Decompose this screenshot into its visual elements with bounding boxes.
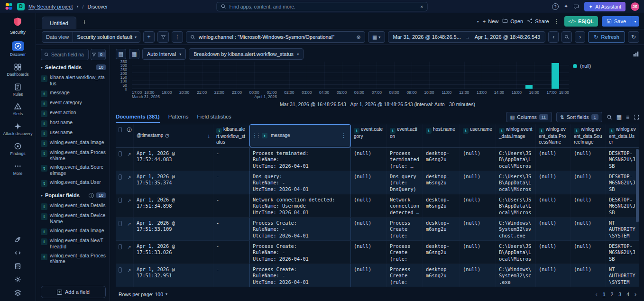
nav-tool-getting-started[interactable] [14,236,21,243]
security-app-logo[interactable]: Security [10,17,26,35]
cell-source[interactable]: (null) [571,241,606,264]
column-header-image[interactable]: twinlog.event_data.Image [496,124,536,147]
more-actions-icon[interactable]: ⋮ [553,18,561,25]
clear-search-icon[interactable]: × [420,4,423,9]
time-shift-forward-button[interactable]: › [575,31,585,43]
cell-workflow[interactable]: - [213,241,249,264]
grid-search-button[interactable] [607,114,612,120]
row-checkbox[interactable] [119,198,122,203]
row-checkbox[interactable] [119,174,122,180]
column-header-host[interactable]: thost.name [423,124,460,147]
help-icon[interactable]: ? [552,3,559,10]
column-header-process[interactable]: twinlog.event_data.ProcessName [536,124,571,147]
cell-user[interactable]: (null) [460,194,496,217]
breadcrumb-project[interactable]: My Security project [28,4,73,9]
cell-timestamp[interactable]: Apr 1, 2026 @ 17:51:33.109 [134,218,213,240]
cell-process[interactable]: (null) [536,218,571,240]
nav-item-dashboards[interactable]: Dashboards [1,60,34,80]
cell-process[interactable]: (null) [536,264,571,287]
field-item[interactable]: twinlog.event_data.DeviceName [41,211,106,227]
tab-documents[interactable]: Documents (381) [116,110,160,123]
feedback-icon[interactable] [573,4,579,9]
cell-category[interactable]: (null) [351,218,387,240]
chevron-down-icon[interactable]: ▾ [77,4,79,9]
cell-host[interactable]: desktop-m6sng2u [423,241,460,264]
cell-user[interactable]: (null) [460,264,496,287]
cell-image[interactable]: C:\Windows\System32\sc.exe [496,264,536,287]
nav-tool-data-management[interactable] [14,263,21,270]
cell-source[interactable]: (null) [571,148,606,171]
tab-field-statistics[interactable]: Field statistics [197,110,231,123]
page-button-2[interactable]: 2 [610,292,613,297]
cell-action[interactable]: Dns query (rule: DnsQuery) [387,171,423,194]
next-page-icon[interactable]: › [635,291,636,298]
cell-timestamp[interactable]: Apr 1, 2026 @ 17:51:35.374 [134,171,213,194]
selected-fields-header[interactable]: ▾ Selected fields 10 [41,64,106,70]
cell-category[interactable]: (null) [351,148,387,171]
tabs-menu-chevron-icon[interactable]: ▾ [477,19,479,24]
cell-timestamp[interactable]: Apr 1, 2026 @ 17:52:44.083 [134,148,213,171]
select-all-checkbox[interactable] [119,127,122,132]
histogram-bar[interactable] [552,63,559,89]
cell-user[interactable]: (null) [460,218,496,240]
column-actions-icon[interactable]: ⋮ [340,132,348,139]
columns-button[interactable]: ▥Columns11 [506,112,552,122]
interval-select[interactable]: Auto interval▾ [142,48,186,60]
column-header-winuser[interactable]: twinlog.event_data.User [606,124,640,147]
cell-winuser[interactable]: DESKTOP-M6SNG2U\JSB [606,171,639,194]
page-button-1[interactable]: 1 [603,292,606,297]
column-header-source[interactable]: twinlog.event_data.SourceImage [571,124,606,147]
expand-row-icon[interactable]: ↗ [127,151,131,168]
breakdown-select[interactable]: Breakdown by kibana.alert.workflow_statu… [189,48,304,60]
ai-assistant-button[interactable]: ✦ AI Assistant [584,2,626,11]
tab-untitled[interactable]: Untitled [42,17,76,29]
cell-process[interactable]: (null) [536,194,571,217]
chart-options-button[interactable]: ▤ [116,49,126,59]
cell-source[interactable]: (null) [571,218,606,240]
field-item[interactable]: twinlog.event_data.ProcessName [41,148,106,164]
cell-workflow[interactable]: - [213,218,249,240]
row-height-button[interactable]: ≡ [626,114,629,120]
column-header-timestamp[interactable]: @timestamp◷↓ [134,124,213,147]
column-header-message[interactable]: ⋮⋮tmessage⋮ [249,124,351,147]
column-header-workflow[interactable]: tkibana.alert.workflow_status [213,124,249,147]
column-header-action[interactable]: tevent.action [387,124,423,147]
display-options-button[interactable]: ▦ [616,114,622,120]
expand-row-icon[interactable]: ↗ [127,267,131,284]
cell-winuser[interactable]: DESKTOP-M6SNG2U\JSB [606,148,639,171]
data-view-picker[interactable]: Data view Security solution default ▾ [42,31,140,43]
open-button[interactable]: Open [502,18,523,25]
global-search-input[interactable]: Find apps, content, and more. × [217,2,428,11]
legend-label[interactable]: (null) [580,63,591,69]
query-input[interactable]: winlog.channel : "Microsoft-Windows-Sysm… [186,31,365,43]
magic-wand-icon[interactable]: ✦ [564,3,568,9]
rocket-icon[interactable] [14,236,21,243]
cell-image[interactable]: C:\Users\JSB\AppData\Local\Microsoft\… [496,171,536,194]
field-item[interactable]: twinlog.event_data.SourceImage [41,163,106,178]
auto-refresh-button[interactable]: ↻ [628,31,639,43]
save-button[interactable]: Save [602,16,631,27]
query-menu-kebab-icon[interactable]: ⋮ [172,31,183,43]
cell-process[interactable]: (null) [536,171,571,194]
cell-timestamp[interactable]: Apr 1, 2026 @ 17:51:33.026 [134,241,213,264]
add-filter-button[interactable]: + [143,31,155,43]
row-checkbox[interactable] [119,221,122,226]
field-search-input[interactable]: Search field na [41,49,89,60]
cell-user[interactable]: (null) [460,171,496,194]
refresh-button[interactable]: ↻Refresh [588,31,625,43]
row-checkbox[interactable] [119,267,122,273]
cell-workflow[interactable]: - [213,148,249,171]
cell-winuser[interactable]: NT AUTHORITY\SYSTEM [606,264,639,287]
cell-winuser[interactable]: DESKTOP-M6SNG2U\JSB [606,241,639,264]
cell-action[interactable]: Process Create (rule: ProcessCrea… [387,264,423,287]
cell-host[interactable]: desktop-m6sng2u [423,171,460,194]
sort-fields-button[interactable]: ⇅Sort fields1 [556,112,602,122]
clear-query-icon[interactable]: ⊗ [356,34,360,40]
field-item[interactable]: twinlog.event_data.ProcessName [41,252,106,267]
expand-row-icon[interactable]: ↗ [127,174,131,192]
cell-message[interactable]: Process Create: RuleName: - UtcTime: 202… [249,218,351,240]
cell-action[interactable]: Process Create (rule: ProcessCrea… [387,241,423,264]
user-avatar[interactable]: JS [631,2,639,11]
cell-workflow[interactable]: - [213,171,249,194]
cell-process[interactable]: (null) [536,241,571,264]
